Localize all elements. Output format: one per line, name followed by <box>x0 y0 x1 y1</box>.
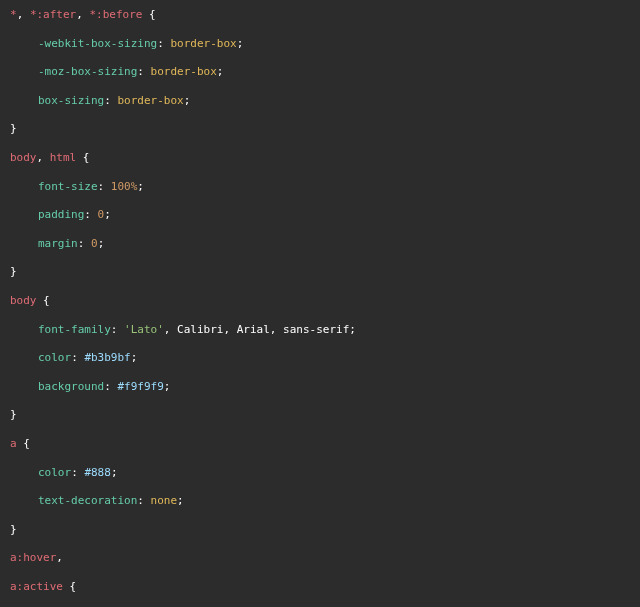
token-sel: *:before <box>89 8 142 21</box>
code-line: a:active { <box>10 580 630 594</box>
token-w: ; <box>137 180 144 193</box>
code-line: background: #f9f9f9; <box>10 380 630 394</box>
code-line: } <box>10 265 630 279</box>
token-sel: a <box>10 437 17 450</box>
token-w: } <box>10 122 17 135</box>
token-prop: box-sizing <box>38 94 104 107</box>
code-line: a:hover, <box>10 551 630 565</box>
token-w: { <box>63 580 76 593</box>
token-w: ; <box>184 94 191 107</box>
code-line: padding: 0; <box>10 208 630 222</box>
code-line: body { <box>10 294 630 308</box>
token-w: : <box>137 494 150 507</box>
token-str: 'Lato' <box>124 323 164 336</box>
code-line: *, *:after, *:before { <box>10 8 630 22</box>
token-w: ; <box>237 37 244 50</box>
token-w: : <box>104 94 117 107</box>
token-w: : <box>78 237 91 250</box>
token-sel: body <box>10 151 37 164</box>
token-prop: -webkit-box-sizing <box>38 37 157 50</box>
token-prop: padding <box>38 208 84 221</box>
token-w: ; <box>98 237 105 250</box>
token-w: ; <box>177 494 184 507</box>
code-line: } <box>10 122 630 136</box>
token-val: border-box <box>170 37 236 50</box>
token-w: { <box>17 437 30 450</box>
code-line: } <box>10 408 630 422</box>
token-w: , <box>76 8 89 21</box>
token-w: : <box>157 37 170 50</box>
token-prop: font-size <box>38 180 98 193</box>
token-w: : <box>84 208 97 221</box>
token-prop: font-family <box>38 323 111 336</box>
token-kw: #f9f9f9 <box>117 380 163 393</box>
token-w: ; <box>217 65 224 78</box>
token-w: : <box>104 380 117 393</box>
token-sel: html <box>50 151 77 164</box>
token-val: border-box <box>117 94 183 107</box>
token-sel: * <box>10 8 17 21</box>
token-sel: *:after <box>30 8 76 21</box>
token-w: } <box>10 265 17 278</box>
token-sel: body <box>10 294 37 307</box>
token-w: ; <box>131 351 138 364</box>
code-line: -moz-box-sizing: border-box; <box>10 65 630 79</box>
token-w: : <box>111 323 124 336</box>
code-line: margin: 0; <box>10 237 630 251</box>
code-line: font-size: 100%; <box>10 180 630 194</box>
token-prop: -moz-box-sizing <box>38 65 137 78</box>
token-prop: color <box>38 351 71 364</box>
code-line: text-decoration: none; <box>10 494 630 508</box>
code-line: -webkit-box-sizing: border-box; <box>10 37 630 51</box>
css-code-block: *, *:after, *:before { -webkit-box-sizin… <box>0 0 640 607</box>
token-w: } <box>10 408 17 421</box>
token-w: ; <box>164 380 171 393</box>
code-line: color: #888; <box>10 466 630 480</box>
token-num: 100% <box>111 180 138 193</box>
token-prop: text-decoration <box>38 494 137 507</box>
code-line: a { <box>10 437 630 451</box>
token-prop: color <box>38 466 71 479</box>
token-kw: #b3b9bf <box>84 351 130 364</box>
token-kw: #888 <box>84 466 111 479</box>
token-sel: a:active <box>10 580 63 593</box>
token-w: , <box>17 8 30 21</box>
token-sel: a:hover <box>10 551 56 564</box>
token-w: , <box>56 551 63 564</box>
code-line: box-sizing: border-box; <box>10 94 630 108</box>
token-w: : <box>71 466 84 479</box>
token-w: { <box>76 151 89 164</box>
token-prop: margin <box>38 237 78 250</box>
token-w: } <box>10 523 17 536</box>
code-line: font-family: 'Lato', Calibri, Arial, san… <box>10 323 630 337</box>
token-val: none <box>151 494 178 507</box>
token-w: , <box>37 151 50 164</box>
token-w: : <box>137 65 150 78</box>
token-w: : <box>71 351 84 364</box>
token-prop: background <box>38 380 104 393</box>
code-line: color: #b3b9bf; <box>10 351 630 365</box>
token-w: : <box>98 180 111 193</box>
token-num: 0 <box>91 237 98 250</box>
token-w: ; <box>104 208 111 221</box>
token-w: ; <box>111 466 118 479</box>
code-line: } <box>10 523 630 537</box>
token-w: { <box>37 294 50 307</box>
token-w: { <box>142 8 155 21</box>
token-w: , Calibri, Arial, sans-serif; <box>164 323 356 336</box>
code-line: body, html { <box>10 151 630 165</box>
token-val: border-box <box>151 65 217 78</box>
